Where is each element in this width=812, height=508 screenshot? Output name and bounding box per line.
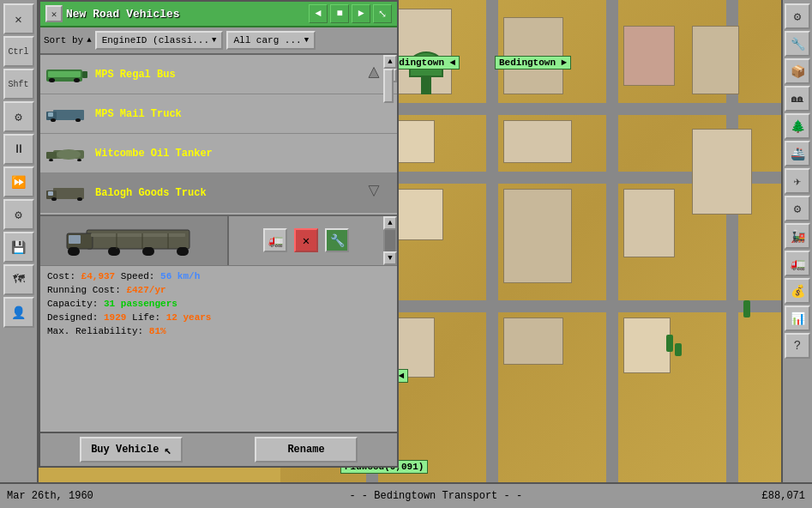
close-button[interactable]: ✕ [3, 3, 34, 34]
svg-rect-22 [87, 230, 189, 249]
vehicle-item-oil-tanker[interactable]: Witcombe Oil Tanker [40, 134, 397, 173]
cursor-icon: ↖ [164, 443, 171, 457]
resize-icon[interactable]: ⤡ [373, 4, 392, 23]
sort-dropdown-arrow-icon: ▼ [212, 36, 216, 45]
preview-scroll-track [385, 230, 395, 251]
settings-icon[interactable]: ⚙ [3, 101, 34, 132]
vehicle-confirm-icon[interactable]: 🔧 [325, 228, 349, 252]
fast-forward-icon[interactable]: ⏩ [3, 166, 34, 197]
svg-rect-14 [49, 159, 53, 161]
scroll-right-icon[interactable]: ► [352, 4, 370, 23]
vehicle-action-button[interactable]: 🚛 [263, 228, 287, 252]
building [623, 318, 671, 373]
svg-rect-29 [91, 233, 185, 237]
building [503, 318, 563, 365]
status-bar: Mar 26th, 1960 - - Bedingtown Transport … [0, 482, 812, 508]
vehicle-icon-mail-truck [45, 101, 88, 127]
building [692, 26, 739, 94]
wrench-icon[interactable]: 🔧 [785, 31, 810, 57]
filter-dropdown-arrow-icon: ▼ [304, 36, 309, 45]
vehicle-list: MPS Regal Bus MPS Mail Truck [40, 55, 397, 215]
right-toolbar: ⚙ 🔧 📦 🏘 🌲 🚢 ✈ ⚙ 🚂 🚛 💰 📊 ? [781, 0, 812, 508]
building [692, 129, 752, 215]
capacity-value: 31 passengers [104, 299, 177, 309]
svg-rect-28 [177, 247, 189, 256]
vehicle-icon-oil-tanker [45, 141, 88, 166]
vehicle-item-mail-truck[interactable]: MPS Mail Truck [40, 94, 397, 134]
svg-point-12 [57, 149, 81, 160]
map-icon[interactable]: 🗺 [3, 264, 34, 295]
title-bar-left: ✕ New Road Vehicles [45, 5, 180, 22]
chart-icon[interactable]: 📊 [785, 305, 810, 331]
svg-rect-24 [69, 235, 81, 244]
money-icon[interactable]: 💰 [785, 278, 810, 304]
shift-button[interactable]: Shft [3, 69, 34, 100]
designed-value: 1929 [104, 312, 126, 323]
sort-arrow-icon: ▲ [87, 36, 91, 45]
vehicle-cancel-icon[interactable]: ✕ [294, 228, 318, 252]
status-money: £88,071 [762, 490, 805, 502]
rename-button[interactable]: Rename [255, 437, 358, 463]
cactus [675, 343, 682, 356]
vehicle-item-bus[interactable]: MPS Regal Bus [40, 55, 397, 94]
sort-dropdown[interactable]: EngineID (classi... ▼ [95, 31, 224, 50]
cactus [743, 300, 750, 318]
cost-line: Cost: £4,937 Speed: 56 km/h [47, 269, 390, 283]
preview-scroll-down-icon[interactable]: ▼ [383, 251, 397, 265]
left-toolbar: ✕ Ctrl Shft ⚙ ⏸ ⏩ ⚙ 💾 🗺 👤 [0, 0, 39, 508]
reliability-value: 81% [149, 326, 166, 336]
save-icon[interactable]: 💾 [3, 232, 34, 263]
building [623, 189, 675, 257]
designed-label: Designed: [47, 312, 104, 323]
stats-area: Cost: £4,937 Speed: 56 km/h Running Cost… [40, 266, 397, 432]
title-bar: ✕ New Road Vehicles ◄ ■ ► ⤡ [40, 2, 397, 27]
reliability-label: Max. Reliability: [47, 326, 149, 336]
ctrl-button[interactable]: Ctrl [3, 36, 34, 67]
help-icon[interactable]: ? [785, 333, 810, 359]
gear-right-icon[interactable]: ⚙ [785, 3, 810, 29]
svg-rect-3 [74, 78, 80, 82]
package-icon[interactable]: 📦 [785, 58, 810, 84]
bottom-buttons: Buy Vehicle ↖ Rename [40, 432, 397, 466]
running-cost-label: Running Cost: [47, 285, 126, 295]
tree-icon[interactable]: 🌲 [785, 113, 810, 139]
stop-icon[interactable]: ■ [330, 4, 349, 23]
preview-scroll-up-icon[interactable]: ▲ [383, 216, 397, 230]
filter-dropdown[interactable]: All carg ... ▼ [226, 31, 316, 50]
train-icon[interactable]: 🚂 [785, 223, 810, 249]
cost-label: Cost: [47, 271, 81, 281]
svg-rect-4 [82, 71, 87, 78]
person-icon[interactable]: 👤 [3, 297, 34, 328]
config-icon[interactable]: ⚙ [785, 196, 810, 221]
svg-rect-18 [48, 191, 53, 196]
buy-vehicle-button[interactable]: Buy Vehicle ↖ [80, 437, 183, 463]
vehicle-icon-goods-truck [45, 180, 88, 206]
ship-icon[interactable]: 🚢 [785, 141, 810, 166]
scroll-up-arrow-icon[interactable]: ▲ [383, 55, 397, 69]
vehicle-item-goods-truck[interactable]: Balogh Goods Truck [40, 173, 397, 213]
window-title: New Road Vehicles [66, 8, 180, 21]
vehicle-name-oil-tanker: Witcombe Oil Tanker [95, 148, 213, 160]
road [606, 0, 618, 508]
designed-line: Designed: 1929 Life: 12 years [47, 311, 390, 324]
gear-icon[interactable]: ⚙ [3, 199, 34, 230]
cactus [666, 335, 673, 352]
life-label: Life: [132, 312, 166, 323]
svg-marker-21 [369, 185, 379, 196]
svg-rect-26 [108, 247, 120, 256]
pause-icon[interactable]: ⏸ [3, 134, 34, 165]
filter-toolbar: Sort by ▲ EngineID (classi... ▼ All carg… [40, 27, 397, 55]
vehicle-name-mail-truck: MPS Mail Truck [95, 108, 182, 120]
svg-marker-5 [369, 67, 379, 77]
town-icon[interactable]: 🏘 [785, 86, 810, 112]
truck-icon[interactable]: 🚛 [785, 251, 810, 276]
vehicle-name-bus: MPS Regal Bus [95, 69, 176, 81]
plane-icon[interactable]: ✈ [785, 168, 810, 194]
preview-scrollbar: ▲ ▼ [383, 216, 397, 265]
window-close-button[interactable]: ✕ [45, 5, 63, 22]
list-scrollbar[interactable]: ▲ ▼ [383, 55, 397, 215]
scroll-thumb[interactable] [383, 69, 394, 103]
building [503, 120, 572, 163]
scroll-left-icon[interactable]: ◄ [309, 4, 328, 23]
svg-rect-6 [53, 110, 84, 120]
